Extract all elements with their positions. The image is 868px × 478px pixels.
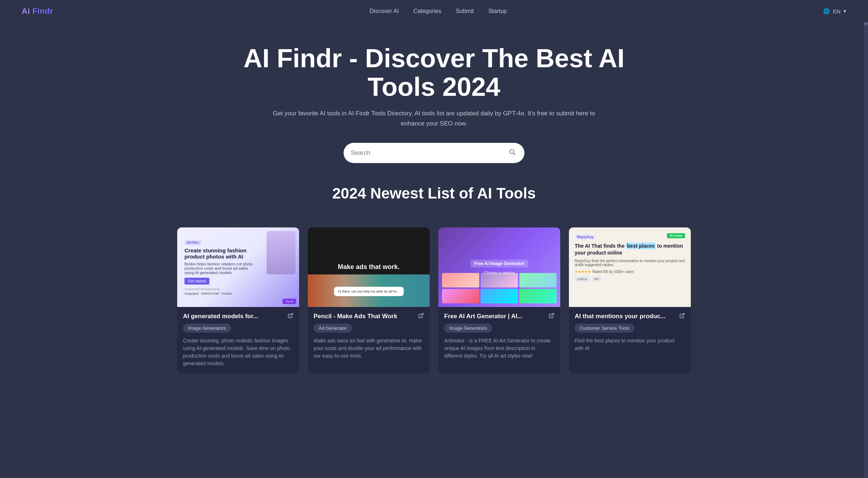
- card-1-title: AI generated models for...: [183, 313, 285, 320]
- nav-item-categories[interactable]: Categories: [413, 8, 441, 14]
- card-3-description: Artimator - is a FREE AI Art Generator t…: [444, 337, 554, 360]
- svg-line-2: [290, 313, 293, 316]
- fashion-figure: [267, 231, 295, 274]
- search-button[interactable]: [507, 147, 517, 159]
- card-2-mock-headline: Make ads that work.: [338, 263, 400, 270]
- card-2-description: Make ads twice as fast with generative A…: [314, 337, 424, 360]
- card-1-title-row: AI generated models for...: [183, 313, 293, 320]
- card-1-image: BOTIKA Create stunning fashion product p…: [177, 227, 299, 307]
- hero-subtitle: Get your favorite AI tools in AI Findr T…: [271, 108, 597, 128]
- nav-item-startup[interactable]: Startup: [488, 8, 507, 14]
- nav-link-categories[interactable]: Categories: [413, 8, 441, 14]
- card-3-tag: Image Generators: [444, 324, 492, 333]
- language-label: EN: [833, 8, 841, 14]
- stars-row: ★★★★★ Rated 5/5 by 1000+ users: [575, 270, 634, 274]
- section-title: 2024 Newest List of AI Tools: [332, 185, 536, 202]
- cards-section: BOTIKA Create stunning fashion product p…: [170, 227, 698, 388]
- card-4-body: AI that mentions your produc... Customer…: [569, 307, 691, 358]
- external-link-icon-1[interactable]: [288, 313, 293, 320]
- card-4-tag: Customer Service Tools: [575, 324, 634, 333]
- external-link-icon-4[interactable]: [679, 313, 685, 320]
- card-2-image: Make ads that work. Hi there, can you he…: [308, 227, 430, 307]
- cards-grid: BOTIKA Create stunning fashion product p…: [177, 227, 691, 373]
- nav-link-startup[interactable]: Startup: [488, 8, 507, 14]
- nav-link-submit[interactable]: Submit: [456, 8, 474, 14]
- svg-line-5: [682, 313, 684, 316]
- card-2-title: Pencil - Make Ads That Work: [314, 313, 415, 320]
- card-1[interactable]: BOTIKA Create stunning fashion product p…: [177, 227, 299, 373]
- card-4-mock-headline: The AI That finds the best places to men…: [575, 243, 685, 257]
- card-4[interactable]: ReplyGuy It's Free The AI That finds the…: [569, 227, 691, 373]
- svg-line-3: [421, 313, 423, 316]
- card-1-body: AI generated models for... Image Generat…: [177, 307, 299, 373]
- nav-link-discover[interactable]: Discover AI: [370, 8, 399, 14]
- card-3[interactable]: Free AI Image Generator Choose a service…: [438, 227, 560, 373]
- card-3-title: Free AI Art Generator | AI...: [444, 313, 546, 320]
- card-4-title-row: AI that mentions your produc...: [575, 313, 685, 320]
- nav-item-discover[interactable]: Discover AI: [370, 8, 399, 14]
- card-4-description: Find the best places to mention your pro…: [575, 337, 685, 352]
- card-1-tag: Image Generators: [183, 324, 231, 333]
- logo[interactable]: Ai Findr: [22, 7, 53, 16]
- card-1-mock-headline: Create stunning fashion product photos w…: [184, 247, 254, 260]
- card-2-title-row: Pencil - Make Ads That Work: [314, 313, 424, 320]
- navbar: Ai Findr Discover AI Categories Submit S…: [0, 0, 868, 22]
- external-link-icon-3[interactable]: [549, 313, 554, 320]
- search-bar: [344, 143, 524, 163]
- card-4-mock-sub: ReplyGuy finds the perfect conversation …: [575, 259, 685, 267]
- logo-ai: Ai: [22, 7, 30, 16]
- external-link-icon-2[interactable]: [418, 313, 424, 320]
- nav-links: Discover AI Categories Submit Startup: [370, 8, 507, 14]
- card-3-body: Free AI Art Generator | AI... Image Gene…: [438, 307, 560, 366]
- card-2[interactable]: Make ads that work. Hi there, can you he…: [308, 227, 430, 373]
- scrollbar[interactable]: [864, 0, 868, 478]
- svg-line-4: [551, 313, 554, 316]
- svg-line-1: [514, 153, 515, 155]
- card-3-image: Free AI Image Generator Choose a service: [438, 227, 560, 307]
- nav-item-submit[interactable]: Submit: [456, 8, 474, 14]
- card-3-title-row: Free AI Art Generator | AI...: [444, 313, 554, 320]
- search-icon: [509, 148, 516, 157]
- hero-section: AI Findr - Discover The Best AI Tools 20…: [0, 22, 868, 227]
- card-4-image: ReplyGuy It's Free The AI That finds the…: [569, 227, 691, 307]
- logo-findr: Findr: [30, 7, 53, 16]
- chat-bubble: Hi there, can you help me write an ad fo…: [334, 287, 404, 296]
- hero-title: AI Findr - Discover The Best AI Tools 20…: [217, 44, 651, 101]
- svg-point-0: [510, 150, 514, 154]
- card-4-title: AI that mentions your produc...: [575, 313, 676, 320]
- card-1-mock-sub: Botika helps fashion retailers cut photo…: [184, 262, 254, 275]
- globe-icon: 🌐: [823, 8, 830, 14]
- chevron-down-icon: ▾: [843, 8, 846, 14]
- card-2-tag: Ad Generator: [314, 324, 352, 333]
- language-selector[interactable]: 🌐 EN ▾: [823, 8, 846, 14]
- card-1-description: Create stunning, photo realistic fashion…: [183, 337, 293, 367]
- search-input[interactable]: [351, 149, 507, 157]
- card-2-body: Pencil - Make Ads That Work Ad Generator…: [308, 307, 430, 366]
